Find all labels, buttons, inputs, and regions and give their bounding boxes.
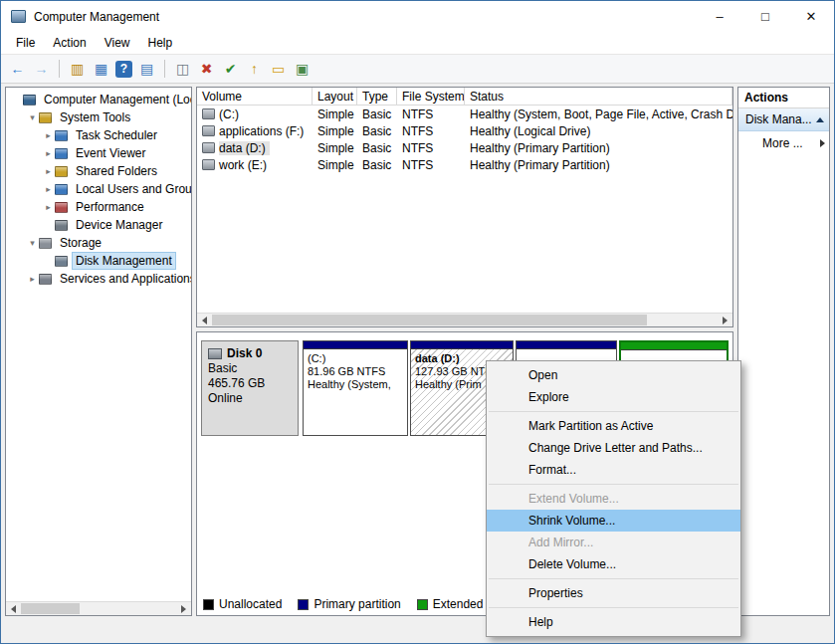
collapse-icon[interactable] <box>816 117 824 122</box>
column-header-volume[interactable]: Volume <box>197 88 313 105</box>
table-view-icon[interactable]: ▦ <box>92 60 110 79</box>
column-header-status[interactable]: Status <box>465 88 732 105</box>
minimize-button[interactable]: – <box>697 1 742 32</box>
tree-item-disk-management[interactable]: Disk Management <box>6 252 191 270</box>
volume-horizontal-scrollbar[interactable] <box>197 313 732 326</box>
tree-item-event-viewer[interactable]: ▸Event Viewer <box>6 144 191 162</box>
open-folder-icon[interactable]: ▭ <box>269 60 288 79</box>
context-menu-item-format[interactable]: Format... <box>487 459 740 481</box>
delete-volume-icon[interactable]: ✖ <box>197 60 216 79</box>
tree-item-label: Shared Folders <box>73 163 160 179</box>
disk-status: Online <box>208 391 292 406</box>
context-menu-item-properties[interactable]: Properties <box>487 582 740 604</box>
tree-item-label: Event Viewer <box>73 145 148 161</box>
list-view-icon[interactable]: ▤ <box>137 60 156 79</box>
partition-label-block: (C:)81.96 GB NTFSHealthy (System, <box>304 349 407 394</box>
legend-swatch-primary-partition <box>298 599 309 610</box>
tree-item-performance[interactable]: ▸Performance <box>6 198 191 216</box>
collapse-chevron-icon[interactable]: ▾ <box>26 238 39 248</box>
context-menu-item-explore[interactable]: Explore <box>487 386 740 408</box>
volume-cell-type: Basic <box>357 122 397 139</box>
volume-row-work-e[interactable]: work (E:)SimpleBasicNTFSHealthy (Primary… <box>197 156 732 173</box>
tree-item-computer-management-local[interactable]: Computer Management (Local <box>6 91 191 108</box>
volume-cell-file-system: NTFS <box>397 122 465 139</box>
scroll-left-icon[interactable] <box>6 602 21 615</box>
shared-folders-icon <box>55 166 68 177</box>
back-icon[interactable]: ← <box>8 60 27 79</box>
tree-item-label: Services and Applications <box>57 271 192 287</box>
close-button[interactable]: ✕ <box>788 1 834 32</box>
volume-scroll-track[interactable] <box>212 314 718 326</box>
menu-file[interactable]: File <box>7 33 44 53</box>
context-menu-item-shrink-volume[interactable]: Shrink Volume... <box>487 510 740 532</box>
tree-item-shared-folders[interactable]: ▸Shared Folders <box>6 162 191 180</box>
partition-c[interactable]: (C:)81.96 GB NTFSHealthy (System, <box>303 340 408 436</box>
tree-item-local-users-and-groups[interactable]: ▸Local Users and Groups <box>6 180 191 198</box>
volume-row-c[interactable]: (C:)SimpleBasicNTFSHealthy (System, Boot… <box>197 106 732 122</box>
volume-name-label: applications (F:) <box>219 124 304 138</box>
mark-active-icon[interactable]: ✔ <box>221 60 240 79</box>
actions-more-label: More ... <box>762 136 803 150</box>
context-menu-item-extend-volume: Extend Volume... <box>487 488 740 510</box>
volume-row-applications-f[interactable]: applications (F:)SimpleBasicNTFSHealthy … <box>197 122 732 139</box>
forward-icon[interactable]: → <box>32 60 51 79</box>
tree-horizontal-scrollbar[interactable] <box>6 601 191 615</box>
context-menu-item-add-mirror: Add Mirror... <box>487 532 740 553</box>
volume-row-data-d[interactable]: data (D:)SimpleBasicNTFSHealthy (Primary… <box>197 139 732 156</box>
partition-context-menu: OpenExploreMark Partition as ActiveChang… <box>486 360 741 637</box>
context-menu-item-mark-partition-as-active[interactable]: Mark Partition as Active <box>487 415 740 437</box>
volume-cell-file-system: NTFS <box>397 156 465 173</box>
expand-chevron-icon[interactable]: ▸ <box>42 184 55 194</box>
task-scheduler-icon <box>55 130 68 141</box>
scroll-right-icon[interactable] <box>718 314 732 326</box>
expand-chevron-icon[interactable]: ▸ <box>42 166 55 176</box>
console-tree-icon[interactable]: ▥ <box>68 60 87 79</box>
column-header-file-system[interactable]: File System <box>397 88 465 105</box>
toolbar: ←→▥▦?▤◫✖✔↑▭▣ <box>1 54 834 84</box>
actions-more-item[interactable]: More ... <box>738 131 829 154</box>
up-level-icon[interactable]: ↑ <box>245 60 264 79</box>
tree-item-label: Storage <box>57 235 104 251</box>
tree-item-storage[interactable]: ▾Storage <box>6 234 191 252</box>
chevron-right-icon <box>820 139 825 147</box>
system-tools-icon <box>39 112 52 123</box>
volume-cell-file-system: NTFS <box>397 106 465 122</box>
scroll-right-icon[interactable] <box>176 602 191 615</box>
maximize-button[interactable]: □ <box>742 1 788 32</box>
menu-help[interactable]: Help <box>139 33 182 53</box>
column-header-type[interactable]: Type <box>357 88 397 105</box>
collapse-chevron-icon[interactable]: ▾ <box>26 112 39 122</box>
expand-chevron-icon[interactable]: ▸ <box>42 202 55 212</box>
tree-scroll-track[interactable] <box>21 602 176 615</box>
tree-item-services-and-applications[interactable]: ▸Services and Applications <box>6 270 191 288</box>
disk0-info-box[interactable]: Disk 0 Basic 465.76 GB Online <box>201 340 299 436</box>
help-icon[interactable]: ? <box>115 61 132 78</box>
volume-name-label: data (D:) <box>219 141 270 155</box>
expand-chevron-icon[interactable]: ▸ <box>42 130 55 140</box>
volume-scroll-thumb[interactable] <box>212 315 647 325</box>
volume-name-label: work (E:) <box>219 158 267 172</box>
scroll-left-icon[interactable] <box>197 314 212 326</box>
status-balloon-icon[interactable]: ◫ <box>173 60 192 79</box>
actions-disk-management-header[interactable]: Disk Mana... <box>738 108 829 131</box>
context-menu-item-change-drive-letter-and-paths[interactable]: Change Drive Letter and Paths... <box>487 437 740 459</box>
menu-view[interactable]: View <box>96 33 139 53</box>
partition-line: (C:) <box>308 352 403 365</box>
tree-item-system-tools[interactable]: ▾System Tools <box>6 108 191 126</box>
tree-item-device-manager[interactable]: Device Manager <box>6 216 191 234</box>
context-menu-item-open[interactable]: Open <box>487 364 740 386</box>
expand-chevron-icon[interactable]: ▸ <box>42 148 55 158</box>
tree-item-task-scheduler[interactable]: ▸Task Scheduler <box>6 126 191 144</box>
volume-cell-layout: Simple <box>313 122 357 139</box>
expand-chevron-icon[interactable]: ▸ <box>26 274 39 284</box>
tree-scroll-thumb[interactable] <box>21 603 80 614</box>
menu-action[interactable]: Action <box>44 33 95 53</box>
column-header-layout[interactable]: Layout <box>313 88 357 105</box>
context-menu-item-delete-volume[interactable]: Delete Volume... <box>487 553 740 575</box>
partition-label-block <box>621 350 727 356</box>
volume-name-cell: work (E:) <box>197 156 313 173</box>
context-menu-item-help[interactable]: Help <box>487 611 740 633</box>
volume-icon <box>202 142 215 153</box>
partition-legend: UnallocatedPrimary partitionExtended par… <box>203 597 507 611</box>
tasks-icon[interactable]: ▣ <box>293 60 312 79</box>
